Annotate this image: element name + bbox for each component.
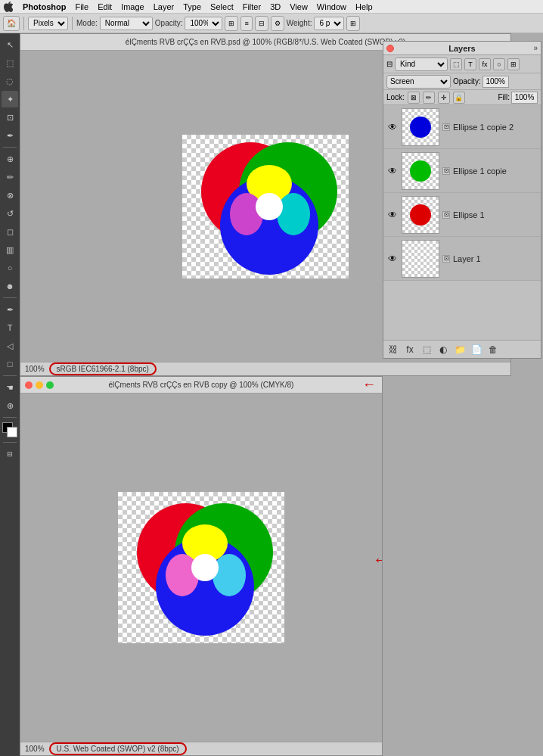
tool-brush[interactable]: ✏ bbox=[2, 169, 18, 185]
layers-titlebar: Layers » bbox=[383, 42, 541, 55]
doc1-profile-badge[interactable]: sRGB IEC61966-2.1 (8bpc) bbox=[49, 365, 157, 373]
close-btn-2[interactable] bbox=[25, 381, 33, 389]
tool-sep1 bbox=[3, 147, 17, 148]
menu-window[interactable]: Window bbox=[312, 2, 351, 11]
tool-crop[interactable]: ⊡ bbox=[2, 109, 18, 126]
tool-screen-mode[interactable]: ⊟ bbox=[2, 446, 18, 462]
layer-row-ellipse2[interactable]: 👁 ⊡ Ellipse 1 copie 2 bbox=[383, 105, 541, 149]
doc2-profile-badge[interactable]: U.S. Web Coated (SWOP) v2 (8bpc) bbox=[49, 745, 187, 753]
home-button[interactable]: 🏠 bbox=[3, 16, 20, 31]
tool-zoom[interactable]: ⊕ bbox=[2, 397, 18, 414]
layer-mask-btn[interactable]: ⬚ bbox=[420, 343, 433, 356]
tool-wand[interactable]: ✦ bbox=[2, 91, 18, 107]
layers-close-btn[interactable] bbox=[386, 45, 394, 52]
tool-stamp[interactable]: ⊗ bbox=[2, 187, 18, 204]
background-color[interactable] bbox=[7, 427, 17, 437]
layer-delete-btn[interactable]: 🗑 bbox=[486, 343, 500, 356]
menu-layer[interactable]: Layer bbox=[149, 2, 179, 11]
main-area: élÇments RVB crÇÇs en RVB.psd @ 100% (RG… bbox=[20, 33, 543, 756]
filter-icon-3[interactable]: fx bbox=[479, 58, 491, 70]
tool-gradient[interactable]: ▥ bbox=[2, 241, 18, 258]
mode-select[interactable]: Normal bbox=[100, 17, 153, 30]
svg-point-6 bbox=[256, 193, 283, 220]
weight-select[interactable]: 6 px bbox=[314, 17, 344, 30]
layer-eye-layer1[interactable]: 👁 bbox=[386, 253, 399, 265]
dist-btn[interactable]: ⊟ bbox=[255, 16, 268, 31]
menu-select[interactable]: Select bbox=[206, 2, 238, 11]
filter-icon-2[interactable]: T bbox=[464, 58, 476, 70]
layer-eye-ellipse1[interactable]: 👁 bbox=[386, 209, 399, 221]
tool-dodge[interactable]: ☻ bbox=[2, 278, 18, 294]
svg-point-14 bbox=[410, 117, 431, 138]
menu-photoshop[interactable]: Photoshop bbox=[18, 2, 70, 11]
arrow-icon: ← bbox=[362, 377, 376, 393]
maximize-btn-2[interactable] bbox=[46, 381, 54, 389]
thumb-svg-ellipse1c bbox=[405, 156, 436, 186]
apple-menu[interactable] bbox=[3, 2, 14, 12]
tool-shape[interactable]: □ bbox=[2, 356, 18, 372]
units-select[interactable]: Pixels bbox=[28, 17, 68, 30]
filter-icon-1[interactable]: ⬚ bbox=[450, 58, 462, 70]
blend-mode-select[interactable]: Screen bbox=[386, 75, 451, 89]
lock-label: Lock: bbox=[386, 93, 405, 101]
layer-group-btn[interactable]: 📁 bbox=[453, 343, 467, 356]
lock-move-btn[interactable]: ✛ bbox=[438, 92, 450, 104]
layer-link-btn[interactable]: ⛓ bbox=[386, 343, 400, 356]
lock-all-btn[interactable]: 🔒 bbox=[453, 92, 465, 104]
layer-fx-btn[interactable]: fx bbox=[403, 343, 417, 356]
layer-eye-ellipse2[interactable]: 👁 bbox=[386, 121, 399, 133]
minimize-btn-2[interactable] bbox=[36, 381, 43, 389]
align-btn[interactable]: ≡ bbox=[240, 16, 252, 31]
doc1-color-profile[interactable]: sRGB IEC61966-2.1 (8bpc) bbox=[49, 362, 157, 375]
layers-panel: Layers » ⊟ Kind ⬚ T fx ○ ⊞ Screen Opacit… bbox=[383, 41, 541, 359]
layers-expand-btn[interactable]: » bbox=[533, 44, 538, 52]
doc2-color-profile[interactable]: U.S. Web Coated (SWOP) v2 (8bpc) bbox=[49, 742, 187, 755]
tool-history[interactable]: ↺ bbox=[2, 205, 18, 222]
menu-filter[interactable]: Filter bbox=[238, 2, 265, 11]
lock-paint-btn[interactable]: ✏ bbox=[423, 92, 435, 104]
layer-link-layer1: ⊡ bbox=[442, 255, 450, 263]
menu-type[interactable]: Type bbox=[178, 2, 206, 11]
layer-row-layer1[interactable]: 👁 ⊡ Layer 1 bbox=[383, 237, 541, 281]
menu-view[interactable]: View bbox=[285, 2, 312, 11]
layer-row-ellipse1[interactable]: 👁 ⊡ Ellipse 1 bbox=[383, 193, 541, 237]
tool-lasso[interactable]: ◌ bbox=[2, 73, 18, 89]
tool-sep3 bbox=[3, 375, 17, 376]
pressure-btn[interactable]: ⊞ bbox=[225, 16, 238, 31]
opacity-input[interactable] bbox=[482, 76, 509, 88]
doc2-titlebar: élÇments RVB crÇÇs en RVB copy @ 100% (C… bbox=[20, 377, 382, 394]
lock-transparent-btn[interactable]: ⊠ bbox=[408, 92, 420, 104]
svg-point-5 bbox=[277, 193, 310, 235]
menu-image[interactable]: Image bbox=[116, 2, 149, 11]
tool-eyedropper[interactable]: ✒ bbox=[2, 127, 18, 144]
color-swatches[interactable] bbox=[2, 422, 17, 437]
tool-healing[interactable]: ⊕ bbox=[2, 151, 18, 167]
filter-icon-4[interactable]: ○ bbox=[493, 58, 505, 70]
layer-row-ellipse1c[interactable]: 👁 ⊡ Ellipse 1 copie bbox=[383, 149, 541, 193]
sep1 bbox=[23, 17, 24, 30]
filter-icon-5[interactable]: ⊞ bbox=[507, 58, 520, 70]
tool-pen[interactable]: ✒ bbox=[2, 301, 18, 318]
tool-blur[interactable]: ○ bbox=[2, 260, 18, 276]
filter-kind-select[interactable]: Kind bbox=[395, 58, 448, 71]
tool-marquee[interactable]: ⬚ bbox=[2, 54, 18, 71]
fill-input[interactable] bbox=[511, 92, 538, 104]
layer-adjustment-btn[interactable]: ◐ bbox=[436, 343, 450, 356]
svg-point-13 bbox=[191, 554, 219, 581]
menu-help[interactable]: Help bbox=[351, 2, 377, 11]
menu-file[interactable]: File bbox=[70, 2, 93, 11]
layer-eye-ellipse1c[interactable]: 👁 bbox=[386, 165, 399, 177]
tool-path[interactable]: ◁ bbox=[2, 338, 18, 354]
tool-hand[interactable]: ☚ bbox=[2, 379, 18, 396]
fill-control: Fill: bbox=[498, 92, 538, 104]
tool-move[interactable]: ↖ bbox=[2, 36, 18, 53]
tool-eraser[interactable]: ◻ bbox=[2, 223, 18, 240]
tool-text[interactable]: T bbox=[2, 319, 18, 336]
menu-edit[interactable]: Edit bbox=[93, 2, 116, 11]
layer-new-btn[interactable]: 📄 bbox=[470, 343, 483, 356]
menu-3d[interactable]: 3D bbox=[265, 2, 285, 11]
extra-btn[interactable]: ⊞ bbox=[346, 16, 360, 31]
opacity-select[interactable]: 100% bbox=[185, 17, 222, 30]
settings-btn[interactable]: ⚙ bbox=[271, 16, 284, 31]
layers-title: Layers bbox=[448, 44, 475, 53]
